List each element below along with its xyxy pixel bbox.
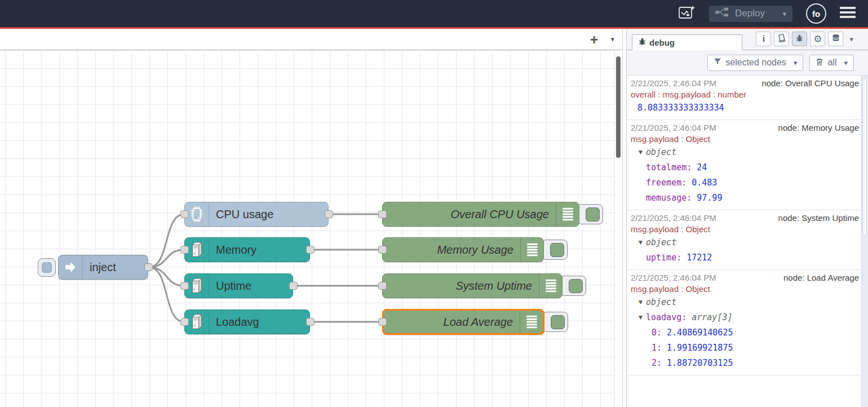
inject-trigger-inner (42, 262, 52, 273)
clear-label: all (827, 57, 836, 68)
debug-toggle-memory[interactable] (542, 240, 568, 260)
message-source: node: Load Average (783, 272, 859, 284)
bug-icon (638, 37, 646, 47)
node-debug-uptime[interactable]: System Uptime (382, 273, 563, 298)
context-tab-button[interactable] (828, 32, 843, 46)
port-cpu-out[interactable] (325, 210, 333, 218)
message-timestamp: 2/21/2025, 2:46:04 PM (631, 78, 716, 89)
deploy-nodes-icon (715, 7, 729, 20)
message-value-row: freemem:0.483 (631, 175, 859, 191)
deploy-button[interactable]: Deploy ▾ (709, 6, 792, 22)
help-tab-button[interactable] (774, 32, 789, 46)
database-icon (831, 33, 840, 45)
debug-toggle-uptime[interactable] (560, 276, 586, 296)
user-avatar[interactable]: fo (806, 3, 826, 24)
debug-message: 2/21/2025, 2:46:04 PM node: System Uptim… (627, 210, 861, 270)
debug-toggle-inner (551, 315, 565, 329)
node-label: Memory (209, 244, 309, 256)
message-value-row: 8.083333333333334 (631, 100, 859, 116)
message-value-row: ▼object (631, 235, 859, 250)
flow-chart-sparkle-icon[interactable] (677, 4, 696, 23)
sidebar-splitter[interactable] (622, 29, 627, 407)
collapse-caret-icon[interactable]: ▼ (639, 310, 646, 325)
canvas-scrollbar-thumb[interactable] (616, 56, 621, 158)
message-value-row: 2:1.88720703125 (631, 356, 859, 371)
collapse-caret-icon[interactable]: ▼ (639, 145, 646, 160)
tab-debug-label: debug (649, 38, 675, 47)
port-memory-in[interactable] (180, 246, 189, 254)
node-debug-overall-cpu[interactable]: Overall CPU Usage (382, 202, 579, 227)
message-timestamp: 2/21/2025, 2:46:04 PM (631, 213, 716, 224)
flow-list-caret-icon[interactable]: ▾ (610, 35, 614, 43)
inject-trigger-button[interactable] (38, 258, 56, 277)
node-debug-memory[interactable]: Memory Usage (382, 237, 544, 262)
node-label: System Uptime (383, 280, 539, 293)
port-debug-load-in[interactable] (378, 318, 387, 326)
port-uptime-out[interactable] (289, 282, 298, 290)
port-memory-out[interactable] (306, 246, 315, 254)
debug-message: 2/21/2025, 2:46:04 PM node: Memory Usage… (627, 120, 861, 210)
port-inject-out[interactable] (144, 263, 153, 271)
clear-messages-button[interactable]: all ▾ (809, 55, 854, 71)
node-label: Loadavg (209, 316, 309, 329)
debug-message: 2/21/2025, 2:46:04 PM node: Overall CPU … (627, 76, 861, 120)
sidebar-tabbar: debug i (627, 29, 868, 50)
info-tab-button[interactable]: i (756, 32, 771, 46)
node-label: Load Average (384, 316, 520, 329)
port-loadavg-in[interactable] (180, 318, 189, 326)
message-source: node: Memory Usage (778, 122, 859, 134)
debug-toggle-inner (586, 207, 600, 222)
port-debug-cpu-in[interactable] (378, 210, 387, 218)
sidebar-scrollbar-thumb[interactable] (862, 78, 867, 236)
message-value-row: ▼object (631, 295, 859, 310)
deploy-caret-icon[interactable]: ▾ (782, 10, 786, 18)
message-source: node: Overall CPU Usage (761, 78, 859, 89)
message-value-row: ▼loadavg:array[3] (631, 310, 859, 325)
node-loadavg[interactable]: Loadavg (184, 309, 310, 334)
message-value-row: totalmem:24 (631, 160, 859, 175)
node-debug-load-average-selected[interactable]: Load Average (382, 309, 544, 335)
debug-toggle-load[interactable] (542, 312, 568, 332)
sidebar-scrollbar-track[interactable] (861, 76, 868, 407)
hamburger-menu-icon[interactable] (840, 7, 856, 21)
debug-message: 2/21/2025, 2:46:04 PM node: Load Average… (627, 270, 861, 375)
node-red-app: Deploy ▾ fo + ▾ (0, 0, 868, 407)
add-flow-button[interactable]: + (590, 34, 599, 45)
message-value-row: ▼object (631, 145, 859, 160)
book-icon (777, 33, 786, 45)
inject-arrow-icon (59, 255, 83, 279)
sidebar: debug i (627, 29, 868, 407)
flow-wires (0, 50, 622, 407)
node-inject[interactable]: inject (58, 255, 148, 280)
port-loadavg-out[interactable] (306, 318, 315, 326)
collapse-caret-icon[interactable]: ▼ (639, 295, 646, 310)
sidebar-tabs-caret-icon[interactable]: ▾ (849, 35, 853, 43)
node-uptime[interactable]: Uptime (184, 273, 293, 298)
tab-debug[interactable]: debug (632, 34, 742, 50)
filter-nodes-button[interactable]: selected nodes ▾ (707, 55, 803, 71)
canvas-scrollbar-track[interactable] (614, 50, 622, 407)
port-uptime-in[interactable] (180, 282, 189, 290)
message-property: msg.payload : Object (631, 134, 859, 145)
collapse-caret-icon[interactable]: ▼ (639, 235, 646, 250)
node-cpu-usage[interactable]: CPU usage (184, 202, 329, 227)
message-value-row: memusage:97.99 (631, 191, 859, 206)
port-debug-uptime-in[interactable] (378, 282, 387, 290)
debug-toggle-cpu[interactable] (577, 204, 603, 224)
debug-list-icon (539, 274, 562, 298)
node-memory[interactable]: Memory (184, 237, 310, 262)
debug-toolbar: selected nodes ▾ all ▾ (627, 50, 868, 76)
workspace: + ▾ (0, 29, 622, 407)
port-debug-memory-in[interactable] (378, 246, 387, 254)
filter-funnel-icon (714, 57, 721, 68)
trash-icon (816, 57, 823, 68)
clear-caret-icon: ▾ (844, 59, 848, 67)
message-timestamp: 2/21/2025, 2:46:04 PM (631, 272, 716, 284)
node-label: Uptime (209, 280, 293, 293)
flow-canvas[interactable]: inject CPU usage (0, 50, 622, 407)
config-tab-button[interactable]: ⚙ (810, 32, 825, 46)
node-label: inject (83, 261, 148, 274)
debug-tab-button[interactable] (792, 32, 807, 46)
message-timestamp: 2/21/2025, 2:46:04 PM (631, 122, 716, 134)
port-cpu-in[interactable] (180, 210, 189, 218)
